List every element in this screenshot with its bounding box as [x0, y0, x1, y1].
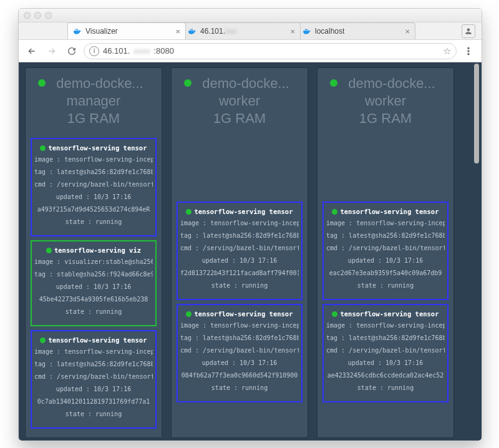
svg-rect-14: [306, 29, 308, 31]
task-detail-line: updated : 10/3 17:16: [326, 256, 445, 265]
task-detail-line: image : tensorflow-serving-inception: [326, 219, 445, 228]
bookmark-star-icon[interactable]: ☆: [443, 46, 451, 57]
task-detail-line: tag : latest@sha256:82d9fe1c768b19: [34, 168, 153, 177]
task-detail-line: updated : 10/3 17:16: [34, 193, 153, 202]
task-detail-line: cmd : /serving/bazel-bin/tensorflow_: [34, 373, 153, 381]
docker-icon: [188, 27, 196, 36]
close-tab-icon[interactable]: ×: [175, 27, 180, 36]
status-dot-icon: [38, 79, 46, 87]
address-bar[interactable]: i 46.101. xxxx :8080 ☆: [84, 43, 457, 59]
vertical-scrollbar[interactable]: [474, 64, 480, 439]
scrollbar-thumb[interactable]: [474, 64, 479, 163]
task-detail-line: tag : latest@sha256:82d9fe1c768b19: [326, 334, 445, 343]
task-detail-line: state : running: [34, 218, 153, 226]
task-detail-line: state : running: [326, 384, 445, 392]
task-card[interactable]: tensorflow-serving_tensor image : tensor…: [322, 202, 448, 300]
menu-button[interactable]: [460, 43, 477, 59]
svg-rect-4: [77, 29, 78, 31]
url-text-prefix: 46.101.: [103, 46, 130, 56]
node-header: demo-docke... worker 1G RAM: [175, 73, 304, 134]
close-tab-icon[interactable]: ×: [405, 27, 410, 36]
task-card[interactable]: tensorflow-serving_tensor image : tensor…: [31, 330, 157, 429]
swarm-node: demo-docke... manager 1G RAM tensorflow-…: [25, 67, 162, 438]
docker-icon: [303, 27, 311, 36]
task-detail-line: tag : latest@sha256:82d9fe1c768b19: [180, 231, 299, 240]
node-ram: 1G RAM: [324, 110, 447, 127]
node-header: demo-docke... manager 1G RAM: [29, 73, 158, 134]
visualizer-page[interactable]: demo-docke... manager 1G RAM tensorflow-…: [19, 62, 482, 441]
task-detail-line: image : tensorflow-serving-inception: [326, 321, 445, 330]
task-detail-line: updated : 10/3 17:16: [34, 385, 153, 394]
tab-title: Visualizer: [85, 27, 172, 36]
task-title: tensorflow-serving_tensor: [326, 208, 445, 215]
close-window-icon[interactable]: [24, 12, 31, 19]
task-detail-line: a493f215a7d9d4525653d274c894eR: [34, 205, 153, 214]
task-detail-line: tag : latest@sha256:82d9fe1c768b19: [34, 360, 153, 369]
site-info-icon[interactable]: i: [89, 46, 99, 56]
status-dot-icon: [186, 311, 191, 317]
docker-icon: [73, 27, 82, 36]
task-detail-line: cmd : /serving/bazel-bin/tensorflow_: [326, 346, 445, 355]
svg-point-17: [468, 53, 469, 54]
task-detail-line: f2d813722b43f121facad8aff794f001: [180, 269, 299, 278]
node-ram: 1G RAM: [178, 110, 301, 127]
task-card[interactable]: tensorflow-serving_tensor image : tensor…: [177, 202, 303, 300]
task-title: tensorflow-serving_tensor: [326, 310, 445, 318]
svg-rect-9: [191, 29, 193, 31]
task-detail-line: 084fb62a77f3ea0c9660d542f910900: [180, 371, 299, 380]
status-dot-icon: [184, 79, 191, 87]
reload-icon: [67, 46, 77, 56]
reload-button[interactable]: [64, 43, 80, 59]
arrow-left-icon: [27, 46, 37, 56]
browser-tab[interactable]: 46.101.xxx ×: [182, 22, 301, 39]
status-dot-icon: [332, 311, 337, 317]
task-card[interactable]: tensorflow-serving_tensor image : tensor…: [177, 304, 303, 402]
zoom-window-icon[interactable]: [45, 12, 52, 19]
node-header: demo-docke... worker 1G RAM: [321, 73, 450, 134]
task-detail-line: image : tensorflow-serving-inception: [180, 321, 299, 330]
task-detail-line: 45be42273d54a9305fe616b5eb238: [34, 295, 153, 304]
svg-rect-3: [75, 29, 77, 31]
task-detail-line: tag : latest@sha256:82d9fe1c768b19: [180, 334, 299, 343]
url-text-blurred: xxxx: [133, 46, 150, 56]
back-button[interactable]: [24, 43, 40, 59]
status-dot-icon: [40, 338, 46, 343]
task-detail-line: tag : latest@sha256:82d9fe1c768b19: [326, 231, 445, 240]
svg-point-16: [468, 50, 469, 51]
browser-tab[interactable]: Visualizer ×: [67, 22, 186, 39]
person-icon: [464, 27, 473, 36]
task-card[interactable]: tensorflow-serving_viz image : visualize…: [31, 240, 157, 326]
forward-button[interactable]: [44, 43, 60, 59]
traffic-lights: [24, 12, 52, 19]
close-tab-icon[interactable]: ×: [290, 27, 295, 36]
status-dot-icon: [40, 145, 46, 151]
node-role: manager: [32, 93, 155, 109]
menu-dots-icon: [463, 46, 473, 56]
browser-tab[interactable]: localhost ×: [297, 22, 415, 39]
tab-title: localhost: [315, 27, 401, 36]
task-detail-line: cmd : /serving/bazel-bin/tensorflow_: [326, 244, 445, 253]
tab-title: 46.101.xxx: [200, 27, 286, 36]
node-hostname: demo-docke...: [178, 75, 301, 92]
task-detail-line: state : running: [326, 281, 445, 290]
browser-toolbar: i 46.101. xxxx :8080 ☆: [19, 40, 482, 62]
task-title: tensorflow-serving_tensor: [34, 336, 153, 344]
minimize-window-icon[interactable]: [34, 12, 41, 19]
task-card[interactable]: tensorflow-serving_tensor image : tensor…: [322, 304, 448, 402]
profile-button[interactable]: [462, 24, 475, 38]
swarm-node: demo-docke... worker 1G RAM tensorflow-s…: [317, 67, 454, 438]
node-ram: 1G RAM: [32, 110, 155, 127]
status-dot-icon: [330, 79, 337, 87]
window-titlebar: [19, 9, 482, 22]
node-hostname: demo-docke...: [32, 75, 155, 92]
task-detail-line: updated : 10/3 17:16: [34, 283, 153, 291]
nodes-row: demo-docke... manager 1G RAM tensorflow-…: [25, 67, 475, 438]
status-dot-icon: [332, 209, 337, 215]
task-detail-line: image : tensorflow-serving-inception: [34, 155, 153, 164]
node-hostname: demo-docke...: [324, 75, 447, 92]
status-dot-icon: [46, 248, 52, 253]
task-detail-line: state : running: [34, 410, 153, 419]
tab-strip: Visualizer × 46.101.xxx × localhost ×: [19, 22, 482, 40]
task-card[interactable]: tensorflow-serving_tensor image : tensor…: [31, 138, 157, 236]
task-detail-line: image : tensorflow-serving-inception: [180, 219, 299, 228]
